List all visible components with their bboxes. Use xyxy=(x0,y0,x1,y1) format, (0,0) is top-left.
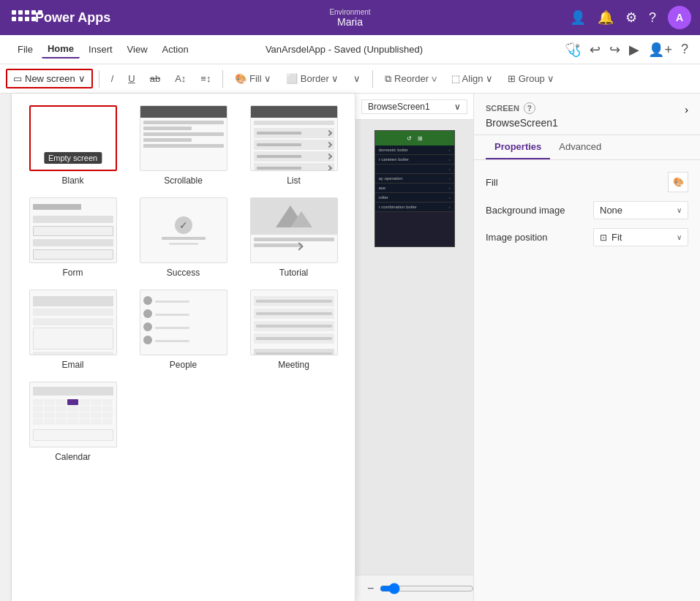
preview-item-2: r canteen boiler › xyxy=(375,155,454,165)
waffle-icon[interactable] xyxy=(9,7,29,28)
fill-swatch: 🎨 xyxy=(668,172,688,192)
background-image-label: Background image xyxy=(486,205,565,216)
preview-arrow-5: › xyxy=(449,186,451,190)
app-name: VanArsdelApp - Saved (Unpublished) xyxy=(266,44,423,55)
zoom-out-button[interactable]: − xyxy=(367,582,374,595)
canvas-bottom-bar: − + 30 % xyxy=(355,575,473,601)
menu-file[interactable]: File xyxy=(12,41,39,58)
top-bar: Power Apps Environment Maria 👤 🔔 ⚙ ? A xyxy=(0,0,700,35)
image-position-select[interactable]: ⊡ Fit ∨ xyxy=(593,228,688,246)
undo-icon[interactable]: ↩ xyxy=(590,42,601,58)
app-title: Power Apps xyxy=(35,10,110,26)
screen-thumb-form xyxy=(29,197,117,263)
fill-property-row: Fill 🎨 xyxy=(486,172,688,192)
screen-label-email: Email xyxy=(61,360,83,370)
screen-item-form[interactable]: Form xyxy=(23,197,122,278)
group-btn[interactable]: ⊞ Group ∨ xyxy=(502,70,560,87)
preview-arrow-7: › xyxy=(449,205,451,209)
menu-insert[interactable]: Insert xyxy=(83,41,118,58)
border-btn[interactable]: ⬜ Border ∨ xyxy=(280,70,345,87)
screen-thumb-people xyxy=(140,290,227,355)
screen-item-blank[interactable]: Empty screen Blank xyxy=(23,105,122,186)
chevron-down[interactable]: ∨ xyxy=(347,70,366,87)
left-sidebar xyxy=(0,94,12,601)
screen-thumb-email xyxy=(29,290,117,355)
screen-thumb-scrollable xyxy=(140,105,227,171)
underline-btn[interactable]: U xyxy=(122,70,140,87)
new-screen-chevron: ∨ xyxy=(78,73,86,84)
expand-panel-arrow[interactable]: › xyxy=(685,104,688,116)
reorder-btn[interactable]: ⧉ Reorder ∨ xyxy=(379,70,442,88)
menu-action[interactable]: Action xyxy=(157,41,195,58)
preview-item-1: domestic boiler › xyxy=(375,145,454,155)
screen-help-icon[interactable]: ? xyxy=(524,102,535,114)
preview-item-text-2: r canteen boiler xyxy=(379,157,449,162)
menu-view[interactable]: View xyxy=(121,41,154,58)
right-panel-tabs: Properties Advanced xyxy=(474,135,700,160)
screen-thumb-success: ✓ xyxy=(140,197,227,263)
screen-item-people[interactable]: People xyxy=(134,290,233,370)
image-position-chevron: ∨ xyxy=(677,233,682,241)
screen-icon: ▭ xyxy=(13,73,22,84)
screen-label-success: Success xyxy=(167,268,200,278)
screen-label-tutorial: Tutorial xyxy=(279,268,309,278)
canvas-preview: ↺ ⊞ domestic boiler › r canteen boiler ›… xyxy=(375,130,455,247)
preview-item-7: r combination boiler › xyxy=(375,203,454,212)
environment-info: Environment Maria xyxy=(329,8,370,28)
strikethrough-btn[interactable]: ab xyxy=(144,70,166,87)
preview-arrow-3: › xyxy=(449,167,451,171)
canvas-screen-select[interactable]: BrowseScreen1 ∨ xyxy=(361,99,467,114)
redo-icon[interactable]: ↪ xyxy=(609,42,620,58)
gear-icon[interactable]: ⚙ xyxy=(625,10,637,26)
new-screen-button[interactable]: ▭ New screen ∨ xyxy=(6,69,93,88)
tab-properties[interactable]: Properties xyxy=(486,135,550,159)
help-menu-icon[interactable]: ? xyxy=(681,42,688,57)
fill-preview-btn[interactable]: 🎨 xyxy=(668,172,688,192)
toolbar-separator-3 xyxy=(372,70,373,88)
preview-item-text-5: ase xyxy=(379,186,449,190)
toolbar-separator-2 xyxy=(222,70,223,88)
preview-list: domestic boiler › r canteen boiler › › a… xyxy=(375,145,454,212)
preview-item-text-7: r combination boiler xyxy=(379,205,449,209)
screen-item-calendar[interactable]: Calendar xyxy=(23,382,122,462)
fill-btn[interactable]: 🎨 Fill ∨ xyxy=(229,70,277,87)
menu-home[interactable]: Home xyxy=(42,40,80,58)
screen-thumb-blank: Empty screen xyxy=(29,105,117,171)
bell-icon[interactable]: 🔔 xyxy=(598,10,614,26)
format-slash[interactable]: / xyxy=(105,70,120,87)
health-icon[interactable]: 🩺 xyxy=(565,42,581,58)
align-btn[interactable]: ≡↕ xyxy=(195,70,217,87)
screen-item-meeting[interactable]: Meeting xyxy=(244,290,343,370)
zoom-slider[interactable] xyxy=(380,583,473,594)
canvas-select-arrow: ∨ xyxy=(454,102,461,112)
screen-thumb-calendar xyxy=(29,382,117,447)
font-size-btn[interactable]: A↕ xyxy=(169,70,192,87)
align-layout-btn[interactable]: ⬚ Align ∨ xyxy=(445,70,499,87)
avatar[interactable]: A xyxy=(668,6,691,29)
help-icon-top[interactable]: ? xyxy=(649,10,656,26)
preview-arrow-4: › xyxy=(449,176,451,181)
canvas-top-bar: BrowseScreen1 ∨ xyxy=(355,94,473,120)
tab-advanced[interactable]: Advanced xyxy=(550,135,610,159)
screen-item-success[interactable]: ✓ Success xyxy=(134,197,233,278)
image-position-icon: ⊡ xyxy=(600,233,607,243)
preview-arrow-6: › xyxy=(449,195,451,200)
main-layout: Empty screen Blank xyxy=(0,94,700,601)
screen-item-list[interactable]: List xyxy=(244,105,343,186)
screen-label-list: List xyxy=(287,175,301,186)
screen-label-scrollable: Scrollable xyxy=(164,175,203,186)
person-icon[interactable]: 👤 xyxy=(570,10,586,26)
play-icon[interactable]: ▶ xyxy=(629,42,639,58)
screen-section-label: SCREEN ? xyxy=(486,102,535,114)
fill-label: Fill xyxy=(486,177,498,188)
menu-bar: File Home Insert View Action VanArsdelAp… xyxy=(0,35,700,64)
top-bar-right: 👤 🔔 ⚙ ? A xyxy=(570,6,691,29)
image-position-label: Image position xyxy=(486,232,548,243)
screen-item-scrollable[interactable]: Scrollable xyxy=(134,105,233,186)
background-image-select[interactable]: None ∨ xyxy=(593,201,688,219)
screen-item-email[interactable]: Email xyxy=(23,290,122,370)
screen-item-tutorial[interactable]: Tutorial xyxy=(244,197,343,278)
person-add-icon[interactable]: 👤+ xyxy=(648,42,672,58)
preview-item-text-1: domestic boiler xyxy=(379,148,449,152)
screen-tooltip-blank: Empty screen xyxy=(44,152,102,164)
